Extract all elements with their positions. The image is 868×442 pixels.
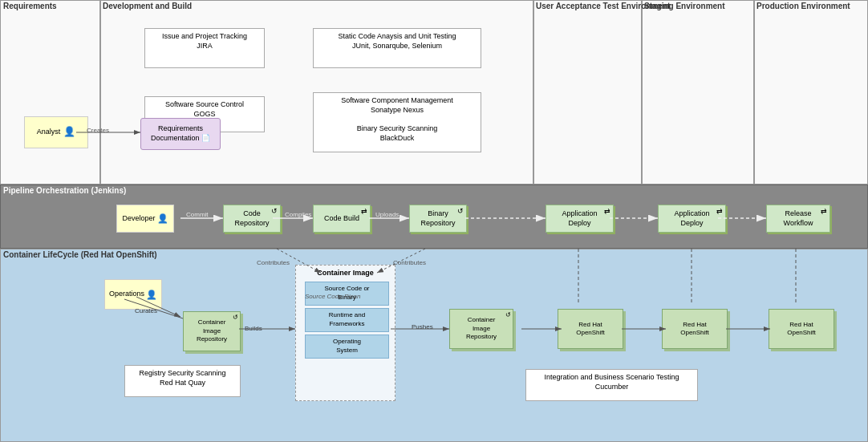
binary-repository-box: Binary Repository ↺ xyxy=(409,205,467,233)
software-component-box: Software Component ManagementSonatype Ne… xyxy=(313,92,481,152)
operations-box: Operations 👤 xyxy=(104,279,162,310)
curates-label: Curates xyxy=(135,307,157,314)
builds-label: Builds xyxy=(245,325,262,332)
operations-person-icon: 👤 xyxy=(146,289,157,300)
app-deploy-1-box: ApplicationDeploy ⇄ xyxy=(546,205,614,233)
production-label: Production Environment xyxy=(756,2,850,10)
container-image-repo-2-label: ContainerImageRepository xyxy=(466,316,497,341)
developer-person-icon: 👤 xyxy=(157,213,168,224)
lane-container-lc xyxy=(0,249,868,442)
compiles-label: Compiles xyxy=(285,211,311,218)
registry-security-label: Registry Security ScanningRed Hat Quay xyxy=(139,369,225,387)
container-image-repo-1-box: ContainerImageRepository ↺ xyxy=(183,311,241,351)
staging-label: Staging Environment xyxy=(644,2,725,10)
diagram-container: Requirements Development and Build User … xyxy=(0,0,868,442)
requirements-doc-box: RequirementsDocumentation 📄 xyxy=(140,118,221,150)
dev-build-label: Development and Build xyxy=(103,2,192,10)
commit-label: Commit xyxy=(186,211,209,218)
container-image-repo-1-label: ContainerImageRepository xyxy=(197,318,227,343)
developer-box: Developer 👤 xyxy=(116,205,174,233)
lane-requirements xyxy=(0,0,100,185)
runtime-frameworks-label: Runtime andFrameworks xyxy=(329,311,365,328)
operating-system-box: OperatingSystem xyxy=(305,335,389,359)
app-deploy-1-label: ApplicationDeploy xyxy=(562,209,597,228)
person-icon: 👤 xyxy=(63,126,75,139)
requirements-label: Requirements xyxy=(3,2,57,10)
container-image-title-label: Container Image xyxy=(301,269,390,278)
release-workflow-box: ReleaseWorkflow ⇄ xyxy=(766,205,830,233)
source-code-rican-label: Source Code Rican xyxy=(305,293,360,300)
container-image-repo-2-box: ContainerImageRepository ↺ xyxy=(449,309,513,349)
redhat-openshift-2-box: Red HatOpenShift xyxy=(662,309,728,349)
developer-label: Developer xyxy=(122,214,155,224)
software-component-label: Software Component ManagementSonatype Ne… xyxy=(341,96,453,142)
code-repository-label: Code Repository xyxy=(234,209,269,228)
static-code-label: Static Code Anaysis and Unit TestingJUni… xyxy=(339,32,456,50)
contributes-1-label: Contributes xyxy=(257,259,290,266)
integration-testing-label: Integration and Business Scenario Testin… xyxy=(545,373,679,391)
creates-label: Creates xyxy=(87,127,109,134)
redhat-openshift-1-label: Red HatOpenShift xyxy=(576,321,605,338)
software-source-label: Software Source ControlGOGS xyxy=(165,100,244,118)
redhat-openshift-3-box: Red HatOpenShift xyxy=(769,309,834,349)
container-lc-label: Container LifeCycle (Red Hat OpenShift) xyxy=(3,250,157,259)
static-code-box: Static Code Anaysis and Unit TestingJUni… xyxy=(313,28,481,68)
code-build-label: Code Build xyxy=(324,214,359,224)
redhat-openshift-3-label: Red HatOpenShift xyxy=(787,321,816,338)
runtime-frameworks-box: Runtime andFrameworks xyxy=(305,308,389,332)
operating-system-label: OperatingSystem xyxy=(333,338,361,355)
redhat-openshift-2-label: Red HatOpenShift xyxy=(680,321,709,338)
requirements-doc-label: RequirementsDocumentation 📄 xyxy=(151,124,210,143)
pipeline-label: Pipeline Orchestration (Jenkins) xyxy=(3,186,126,195)
code-repository-box: Code Repository ↺ xyxy=(223,205,281,233)
lane-production xyxy=(754,0,868,185)
issue-tracking-label: Issue and Project TrackingJIRA xyxy=(162,32,247,50)
app-deploy-2-label: ApplicationDeploy xyxy=(674,209,709,228)
integration-testing-box: Integration and Business Scenario Testin… xyxy=(525,369,698,401)
app-deploy-2-box: ApplicationDeploy ⇄ xyxy=(658,205,726,233)
code-build-box: Code Build ⇄ xyxy=(313,205,371,233)
contributes-2-label: Contributes xyxy=(393,259,426,266)
lane-staging xyxy=(642,0,754,185)
lane-uat xyxy=(533,0,642,185)
analyst-label: Analyst xyxy=(37,128,61,137)
analyst-box: Analyst 👤 xyxy=(24,116,88,148)
uploads-label: Uploads xyxy=(375,211,399,218)
binary-repository-label: Binary Repository xyxy=(420,209,455,228)
issue-tracking-box: Issue and Project TrackingJIRA xyxy=(144,28,265,68)
pushes-label: Pushes xyxy=(412,323,433,330)
registry-security-box: Registry Security ScanningRed Hat Quay xyxy=(124,365,241,397)
redhat-openshift-1-box: Red HatOpenShift xyxy=(558,309,623,349)
operations-label: Operations xyxy=(109,290,144,299)
release-workflow-label: ReleaseWorkflow xyxy=(784,209,813,228)
container-image-outer-box: Container Image Source Code orBinary Run… xyxy=(295,265,395,401)
